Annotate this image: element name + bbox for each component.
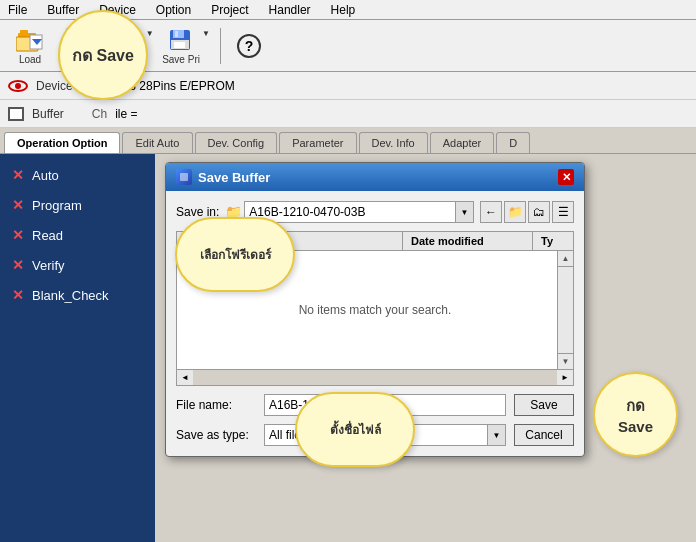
toolbar-save-bubble: กด Save bbox=[58, 10, 148, 100]
dialog-icon bbox=[176, 169, 192, 185]
svg-rect-14 bbox=[175, 31, 178, 37]
buffer-label: Buffer bbox=[32, 107, 64, 121]
dialog-titlebar: Save Buffer ✕ bbox=[166, 163, 584, 191]
main-area: ✕ Auto ✕ Program ✕ Read ✕ Verify ✕ Blank… bbox=[0, 154, 696, 542]
hscroll-left-btn[interactable]: ◄ bbox=[177, 370, 193, 385]
tab-dev-config[interactable]: Dev. Config bbox=[195, 132, 278, 153]
menu-handler[interactable]: Handler bbox=[265, 1, 315, 19]
menu-option[interactable]: Option bbox=[152, 1, 195, 19]
nav-new-folder-btn[interactable]: 🗂 bbox=[528, 201, 550, 223]
tab-d[interactable]: D bbox=[496, 132, 530, 153]
buffer-icon bbox=[8, 107, 24, 121]
empty-message: No items match your search. bbox=[299, 303, 452, 317]
tab-edit-auto[interactable]: Edit Auto bbox=[122, 132, 192, 153]
save-in-dropdown-btn[interactable]: ▼ bbox=[455, 202, 473, 222]
tab-operation-option[interactable]: Operation Option bbox=[4, 132, 120, 153]
help-button[interactable]: ? bbox=[237, 34, 261, 58]
program-x-icon: ✕ bbox=[12, 197, 24, 213]
toolbar: Load Save Load Pri bbox=[0, 20, 696, 72]
tab-adapter[interactable]: Adapter bbox=[430, 132, 495, 153]
sidebar-item-auto[interactable]: ✕ Auto bbox=[0, 162, 155, 188]
nav-buttons: ← 📁 🗂 ☰ bbox=[480, 201, 574, 223]
svg-rect-2 bbox=[20, 30, 28, 36]
sidebar-verify-label: Verify bbox=[32, 258, 65, 273]
sidebar-program-label: Program bbox=[32, 198, 82, 213]
sidebar-read-label: Read bbox=[32, 228, 63, 243]
auto-x-icon: ✕ bbox=[12, 167, 24, 183]
col-type: Ty bbox=[533, 232, 573, 250]
save-buffer-dialog: Save Buffer ✕ Save in: 📁 A16B-1210-0470-… bbox=[165, 162, 688, 457]
sidebar-item-read[interactable]: ✕ Read bbox=[0, 222, 155, 248]
hscroll-right-btn[interactable]: ► bbox=[557, 370, 573, 385]
svg-rect-13 bbox=[173, 30, 184, 38]
menu-buffer[interactable]: Buffer bbox=[43, 1, 83, 19]
save-pri-button[interactable]: Save Pri ▼ bbox=[160, 24, 212, 68]
scroll-down-btn[interactable]: ▼ bbox=[558, 353, 573, 369]
tab-parameter[interactable]: Parameter bbox=[279, 132, 356, 153]
read-x-icon: ✕ bbox=[12, 227, 24, 243]
load-button[interactable]: Load bbox=[8, 24, 52, 68]
col-date: Date modified bbox=[403, 232, 533, 250]
save-pri-label: Save Pri bbox=[162, 54, 200, 65]
device-icon bbox=[8, 80, 28, 92]
blank-check-x-icon: ✕ bbox=[12, 287, 24, 303]
load-icon bbox=[15, 26, 45, 54]
nav-back-btn[interactable]: ← bbox=[480, 201, 502, 223]
menu-help[interactable]: Help bbox=[327, 1, 360, 19]
save-in-select[interactable]: A16B-1210-0470-03B ▼ bbox=[244, 201, 474, 223]
sidebar-item-verify[interactable]: ✕ Verify bbox=[0, 252, 155, 278]
buffer-row: Buffer Ch ile = bbox=[0, 100, 696, 128]
buffer-prefix: Ch bbox=[92, 107, 107, 121]
load-label: Load bbox=[19, 54, 41, 65]
nav-up-btn[interactable]: 📁 bbox=[504, 201, 526, 223]
scroll-track bbox=[558, 267, 573, 353]
sidebar-item-blank-check[interactable]: ✕ Blank_Check bbox=[0, 282, 155, 308]
sidebar: ✕ Auto ✕ Program ✕ Read ✕ Verify ✕ Blank… bbox=[0, 154, 155, 542]
scrollbar-horizontal[interactable]: ◄ ► bbox=[176, 370, 574, 386]
svg-rect-17 bbox=[180, 173, 188, 181]
cancel-dialog-btn[interactable]: Cancel bbox=[514, 424, 574, 446]
save-in-value: A16B-1210-0470-03B bbox=[245, 205, 455, 219]
sidebar-item-program[interactable]: ✕ Program bbox=[0, 192, 155, 218]
saveas-dropdown-btn[interactable]: ▼ bbox=[487, 425, 505, 445]
device-value: *8 28Pins E/EPROM bbox=[125, 79, 235, 93]
scroll-up-btn[interactable]: ▲ bbox=[558, 251, 573, 267]
sidebar-blank-check-label: Blank_Check bbox=[32, 288, 109, 303]
dialog-title-text: Save Buffer bbox=[198, 170, 270, 185]
hscroll-track bbox=[193, 370, 557, 385]
nav-view-btn[interactable]: ☰ bbox=[552, 201, 574, 223]
buffer-value: ile = bbox=[115, 107, 137, 121]
scrollbar-vertical[interactable]: ▲ ▼ bbox=[557, 251, 573, 369]
saveas-label: Save as type: bbox=[176, 428, 256, 442]
bubble-folder: เลือกโฟรีเดอร์ bbox=[175, 217, 295, 292]
menu-project[interactable]: Project bbox=[207, 1, 252, 19]
save-dialog-btn[interactable]: Save bbox=[514, 394, 574, 416]
bubble-save-dialog: กด Save bbox=[593, 372, 678, 457]
svg-rect-16 bbox=[174, 42, 185, 48]
toolbar-separator bbox=[220, 28, 221, 64]
tabs-row: Operation Option Edit Auto Dev. Config P… bbox=[0, 128, 696, 154]
save-pri-icon bbox=[166, 26, 196, 54]
sidebar-auto-label: Auto bbox=[32, 168, 59, 183]
content-area: Save Buffer ✕ Save in: 📁 A16B-1210-0470-… bbox=[155, 154, 696, 542]
verify-x-icon: ✕ bbox=[12, 257, 24, 273]
tab-dev-info[interactable]: Dev. Info bbox=[359, 132, 428, 153]
dialog-close-button[interactable]: ✕ bbox=[558, 169, 574, 185]
filename-label: File name: bbox=[176, 398, 256, 412]
bubble-filename: ตั้งชื่อไฟล์ bbox=[295, 392, 415, 467]
menu-file[interactable]: File bbox=[4, 1, 31, 19]
